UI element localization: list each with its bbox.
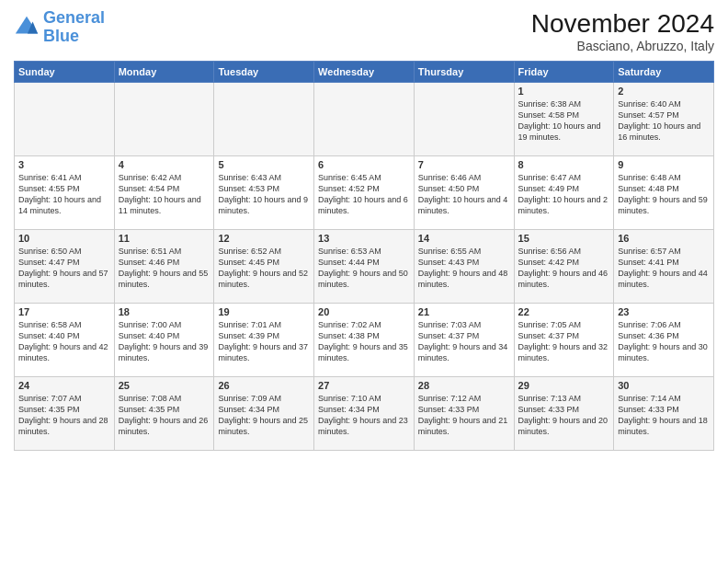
header-friday: Friday: [514, 62, 614, 83]
day-number: 16: [618, 233, 710, 244]
day-number: 14: [418, 233, 510, 244]
day-number: 9: [618, 159, 710, 170]
header-tuesday: Tuesday: [214, 62, 314, 83]
day-info: Sunrise: 6:42 AMSunset: 4:54 PMDaylight:…: [119, 172, 210, 217]
table-row: 22Sunrise: 7:05 AMSunset: 4:37 PMDayligh…: [514, 304, 614, 377]
logo-line1: General: [43, 8, 105, 27]
day-number: 22: [518, 306, 610, 317]
day-number: 20: [318, 306, 410, 317]
day-info: Sunrise: 7:10 AMSunset: 4:34 PMDaylight:…: [318, 393, 410, 438]
table-row: 28Sunrise: 7:12 AMSunset: 4:33 PMDayligh…: [414, 377, 514, 451]
day-number: 5: [218, 159, 310, 170]
week-row-0: 1Sunrise: 6:38 AMSunset: 4:58 PMDaylight…: [15, 83, 714, 156]
day-info: Sunrise: 6:48 AMSunset: 4:48 PMDaylight:…: [618, 172, 710, 217]
table-row: 8Sunrise: 6:47 AMSunset: 4:49 PMDaylight…: [514, 156, 614, 230]
table-row: 19Sunrise: 7:01 AMSunset: 4:39 PMDayligh…: [214, 304, 314, 377]
day-info: Sunrise: 6:46 AMSunset: 4:50 PMDaylight:…: [418, 172, 510, 217]
table-row: 1Sunrise: 6:38 AMSunset: 4:58 PMDaylight…: [514, 83, 614, 156]
header: General Blue November 2024 Basciano, Abr…: [14, 9, 714, 53]
table-row: [314, 83, 415, 156]
day-info: Sunrise: 7:03 AMSunset: 4:37 PMDaylight:…: [418, 319, 510, 364]
table-row: [414, 83, 514, 156]
day-info: Sunrise: 7:00 AMSunset: 4:40 PMDaylight:…: [119, 319, 210, 364]
weekday-header-row: Sunday Monday Tuesday Wednesday Thursday…: [15, 62, 714, 83]
day-info: Sunrise: 7:07 AMSunset: 4:35 PMDaylight:…: [18, 393, 110, 438]
logo: General Blue: [14, 9, 105, 46]
day-info: Sunrise: 6:40 AMSunset: 4:57 PMDaylight:…: [618, 98, 710, 144]
table-row: 12Sunrise: 6:52 AMSunset: 4:45 PMDayligh…: [214, 230, 314, 304]
table-row: 10Sunrise: 6:50 AMSunset: 4:47 PMDayligh…: [15, 230, 115, 304]
day-info: Sunrise: 6:43 AMSunset: 4:53 PMDaylight:…: [218, 172, 310, 217]
table-row: 18Sunrise: 7:00 AMSunset: 4:40 PMDayligh…: [114, 304, 214, 377]
day-info: Sunrise: 7:09 AMSunset: 4:34 PMDaylight:…: [218, 393, 310, 438]
table-row: 11Sunrise: 6:51 AMSunset: 4:46 PMDayligh…: [114, 230, 214, 304]
day-info: Sunrise: 6:52 AMSunset: 4:45 PMDaylight:…: [218, 246, 310, 291]
table-row: 27Sunrise: 7:10 AMSunset: 4:34 PMDayligh…: [314, 377, 415, 451]
day-info: Sunrise: 7:06 AMSunset: 4:36 PMDaylight:…: [618, 319, 710, 364]
day-number: 28: [418, 380, 510, 391]
table-row: 2Sunrise: 6:40 AMSunset: 4:57 PMDaylight…: [614, 83, 714, 156]
table-row: 13Sunrise: 6:53 AMSunset: 4:44 PMDayligh…: [314, 230, 415, 304]
day-info: Sunrise: 6:58 AMSunset: 4:40 PMDaylight:…: [18, 319, 110, 364]
day-info: Sunrise: 6:55 AMSunset: 4:43 PMDaylight:…: [418, 246, 510, 291]
day-number: 19: [218, 306, 310, 317]
week-row-2: 10Sunrise: 6:50 AMSunset: 4:47 PMDayligh…: [15, 230, 714, 304]
day-info: Sunrise: 6:50 AMSunset: 4:47 PMDaylight:…: [18, 246, 110, 291]
day-info: Sunrise: 6:45 AMSunset: 4:52 PMDaylight:…: [318, 172, 410, 217]
day-info: Sunrise: 6:53 AMSunset: 4:44 PMDaylight:…: [318, 246, 410, 291]
table-row: 24Sunrise: 7:07 AMSunset: 4:35 PMDayligh…: [15, 377, 115, 451]
table-row: 6Sunrise: 6:45 AMSunset: 4:52 PMDaylight…: [314, 156, 415, 230]
month-title: November 2024: [531, 9, 714, 39]
table-row: 23Sunrise: 7:06 AMSunset: 4:36 PMDayligh…: [614, 304, 714, 377]
table-row: 17Sunrise: 6:58 AMSunset: 4:40 PMDayligh…: [15, 304, 115, 377]
location: Basciano, Abruzzo, Italy: [531, 39, 714, 53]
day-number: 8: [518, 159, 610, 170]
table-row: 4Sunrise: 6:42 AMSunset: 4:54 PMDaylight…: [114, 156, 214, 230]
day-info: Sunrise: 6:47 AMSunset: 4:49 PMDaylight:…: [518, 172, 610, 217]
logo-icon: [14, 15, 40, 40]
table-row: 21Sunrise: 7:03 AMSunset: 4:37 PMDayligh…: [414, 304, 514, 377]
day-info: Sunrise: 7:14 AMSunset: 4:33 PMDaylight:…: [618, 393, 710, 438]
day-number: 10: [18, 233, 110, 244]
table-row: 30Sunrise: 7:14 AMSunset: 4:33 PMDayligh…: [614, 377, 714, 451]
table-row: 7Sunrise: 6:46 AMSunset: 4:50 PMDaylight…: [414, 156, 514, 230]
day-number: 3: [18, 159, 110, 170]
day-number: 7: [418, 159, 510, 170]
day-info: Sunrise: 7:02 AMSunset: 4:38 PMDaylight:…: [318, 319, 410, 364]
day-number: 18: [119, 306, 210, 317]
day-number: 21: [418, 306, 510, 317]
day-info: Sunrise: 7:05 AMSunset: 4:37 PMDaylight:…: [518, 319, 610, 364]
week-row-3: 17Sunrise: 6:58 AMSunset: 4:40 PMDayligh…: [15, 304, 714, 377]
day-number: 15: [518, 233, 610, 244]
logo-line2: Blue: [43, 28, 105, 46]
day-number: 6: [318, 159, 410, 170]
header-thursday: Thursday: [414, 62, 514, 83]
day-number: 12: [218, 233, 310, 244]
day-number: 30: [618, 380, 710, 391]
table-row: 25Sunrise: 7:08 AMSunset: 4:35 PMDayligh…: [114, 377, 214, 451]
day-info: Sunrise: 6:57 AMSunset: 4:41 PMDaylight:…: [618, 246, 710, 291]
day-number: 4: [119, 159, 210, 170]
table-row: 14Sunrise: 6:55 AMSunset: 4:43 PMDayligh…: [414, 230, 514, 304]
day-info: Sunrise: 6:41 AMSunset: 4:55 PMDaylight:…: [18, 172, 110, 217]
day-info: Sunrise: 6:38 AMSunset: 4:58 PMDaylight:…: [518, 98, 610, 144]
day-number: 2: [618, 86, 710, 97]
table-row: 20Sunrise: 7:02 AMSunset: 4:38 PMDayligh…: [314, 304, 415, 377]
day-info: Sunrise: 7:08 AMSunset: 4:35 PMDaylight:…: [119, 393, 210, 438]
day-number: 17: [18, 306, 110, 317]
day-number: 1: [518, 86, 610, 97]
day-number: 26: [218, 380, 310, 391]
table-row: 5Sunrise: 6:43 AMSunset: 4:53 PMDaylight…: [214, 156, 314, 230]
table-row: 9Sunrise: 6:48 AMSunset: 4:48 PMDaylight…: [614, 156, 714, 230]
header-saturday: Saturday: [614, 62, 714, 83]
title-block: November 2024 Basciano, Abruzzo, Italy: [531, 9, 714, 53]
logo-text: General Blue: [43, 9, 105, 46]
day-number: 27: [318, 380, 410, 391]
week-row-1: 3Sunrise: 6:41 AMSunset: 4:55 PMDaylight…: [15, 156, 714, 230]
day-info: Sunrise: 7:01 AMSunset: 4:39 PMDaylight:…: [218, 319, 310, 364]
table-row: 15Sunrise: 6:56 AMSunset: 4:42 PMDayligh…: [514, 230, 614, 304]
day-info: Sunrise: 6:51 AMSunset: 4:46 PMDaylight:…: [119, 246, 210, 291]
table-row: 26Sunrise: 7:09 AMSunset: 4:34 PMDayligh…: [214, 377, 314, 451]
table-row: 3Sunrise: 6:41 AMSunset: 4:55 PMDaylight…: [15, 156, 115, 230]
day-number: 23: [618, 306, 710, 317]
